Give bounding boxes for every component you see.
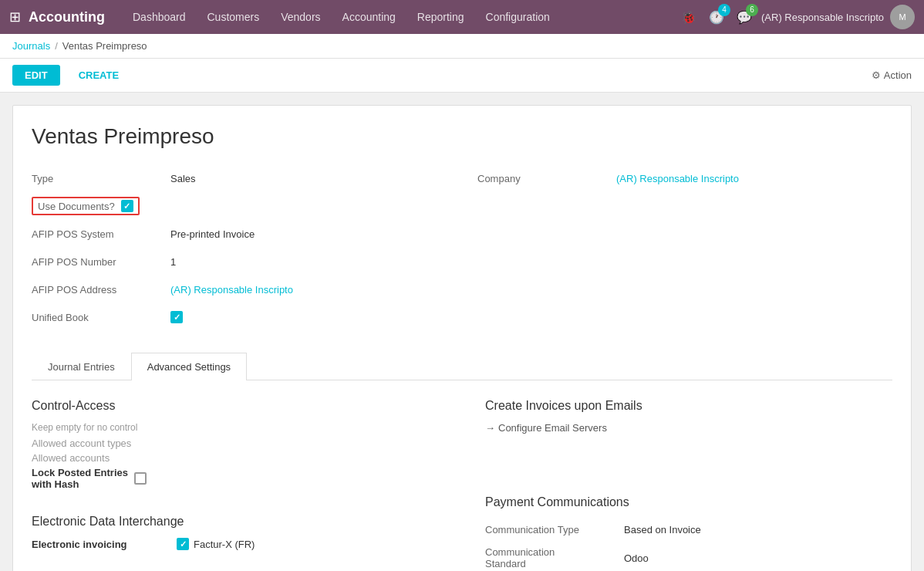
afip-pos-system-value: Pre-printed Invoice [170, 228, 255, 240]
payment-comm-title: Payment Communications [485, 495, 892, 509]
message-icon-btn[interactable]: 💬 6 [733, 7, 755, 28]
comm-type-row: Communication Type Based on Invoice [485, 519, 892, 540]
edi-invoicing-checkbox[interactable] [177, 538, 189, 550]
unified-book-checkbox[interactable] [170, 311, 183, 323]
tabs-container: Journal Entries Advanced Settings [32, 353, 892, 380]
comm-type-value: Based on Invoice [624, 524, 701, 536]
activity-badge: 4 [718, 4, 730, 16]
lock-posted-checkbox[interactable] [134, 472, 147, 485]
user-avatar[interactable]: M [890, 5, 915, 29]
use-documents-highlight: Use Documents? [32, 197, 140, 215]
payment-communications-section: Payment Communications Communication Typ… [485, 495, 892, 569]
use-documents-checkbox[interactable] [121, 200, 133, 212]
main-content: Ventas Preimpreso Type Sales Use Documen… [0, 93, 924, 571]
breadcrumb-separator: / [55, 40, 58, 52]
bug-icon: 🐞 [681, 11, 696, 24]
control-access-title: Control-Access [32, 399, 439, 413]
afip-pos-address-value[interactable]: (AR) Responsable Inscripto [170, 284, 293, 296]
form-card: Ventas Preimpreso Type Sales Use Documen… [12, 105, 912, 571]
afip-pos-number-label: AFIP POS Number [32, 256, 170, 268]
create-invoices-title: Create Invoices upon Emails [485, 399, 892, 413]
avatar-initials: M [899, 12, 905, 22]
user-label[interactable]: (AR) Responsable Inscripto [761, 12, 884, 23]
company-row: Company (AR) Responsable Inscripto [477, 167, 892, 189]
afip-pos-address-row: AFIP POS Address (AR) Responsable Inscri… [32, 279, 447, 300]
form-col-right: Company (AR) Responsable Inscripto [477, 167, 892, 334]
afip-pos-number-value: 1 [170, 256, 176, 268]
advanced-settings-section: Control-Access Keep empty for no control… [32, 399, 892, 571]
type-row: Type Sales [32, 167, 447, 189]
activity-icon-btn[interactable]: 🕐 4 [706, 7, 727, 28]
navbar-menu: Dashboard Customers Vendors Accounting R… [123, 6, 678, 28]
comm-standard-row: Communication Standard Odoo [485, 546, 892, 569]
configure-email-label[interactable]: Configure Email Servers [498, 422, 607, 434]
type-value: Sales [170, 173, 196, 184]
tab-journal-entries[interactable]: Journal Entries [32, 353, 131, 380]
edi-section: Electronic Data Interchange Electronic i… [32, 515, 439, 550]
record-title: Ventas Preimpreso [32, 124, 892, 149]
type-label: Type [32, 173, 170, 184]
navbar-brand: Accounting [29, 9, 105, 25]
nav-dashboard[interactable]: Dashboard [123, 6, 195, 28]
edi-invoicing-row: Electronic invoicing Factur-X (FR) [32, 538, 439, 550]
lock-posted-row: Lock Posted Entries with Hash [32, 467, 439, 490]
afip-pos-system-row: AFIP POS System Pre-printed Invoice [32, 223, 447, 245]
action-label: Action [884, 69, 912, 81]
message-badge: 6 [746, 4, 758, 16]
edi-invoicing-value: Factur-X (FR) [177, 538, 255, 550]
nav-accounting[interactable]: Accounting [333, 6, 405, 28]
company-label: Company [477, 173, 616, 184]
tab-advanced-settings[interactable]: Advanced Settings [131, 353, 247, 380]
edi-title: Electronic Data Interchange [32, 515, 439, 529]
action-bar: EDIT CREATE ⚙ Action [0, 59, 924, 93]
allowed-account-types-label: Allowed account types [32, 438, 439, 449]
use-documents-row: Use Documents? [32, 195, 447, 217]
breadcrumb-parent[interactable]: Journals [12, 40, 50, 52]
edit-button[interactable]: EDIT [12, 65, 60, 86]
action-menu[interactable]: ⚙ Action [872, 69, 912, 81]
form-section: Type Sales Use Documents? AFIP POS Syste… [32, 167, 892, 334]
breadcrumb: Journals / Ventas Preimpreso [0, 34, 924, 59]
create-invoices-col: Create Invoices upon Emails → Configure … [485, 399, 892, 571]
navbar: ⊞ Accounting Dashboard Customers Vendors… [0, 0, 924, 34]
edi-invoicing-label: Electronic invoicing [32, 539, 170, 550]
bug-icon-btn[interactable]: 🐞 [678, 7, 700, 28]
grid-icon[interactable]: ⊞ [9, 8, 21, 25]
nav-customers[interactable]: Customers [198, 6, 269, 28]
comm-standard-value: Odoo [624, 552, 649, 564]
nav-vendors[interactable]: Vendors [271, 6, 329, 28]
afip-pos-system-label: AFIP POS System [32, 228, 170, 240]
allowed-accounts-label: Allowed accounts [32, 452, 439, 464]
unified-book-row: Unified Book [32, 306, 447, 328]
gear-icon: ⚙ [872, 69, 881, 81]
unified-book-label: Unified Book [32, 312, 170, 323]
comm-type-label: Communication Type [485, 524, 624, 536]
lock-posted-label: Lock Posted Entries with Hash [32, 467, 128, 490]
form-col-left: Type Sales Use Documents? AFIP POS Syste… [32, 167, 447, 334]
company-value[interactable]: (AR) Responsable Inscripto [616, 173, 739, 184]
breadcrumb-current: Ventas Preimpreso [62, 40, 147, 52]
navbar-right: 🐞 🕐 4 💬 6 (AR) Responsable Inscripto M [678, 5, 915, 29]
use-documents-label: Use Documents? [38, 201, 115, 212]
edi-invoicing-text: Factur-X (FR) [194, 539, 255, 550]
comm-standard-label: Communication Standard [485, 546, 624, 569]
nav-configuration[interactable]: Configuration [477, 6, 559, 28]
control-access-col: Control-Access Keep empty for no control… [32, 399, 439, 571]
tab-content-advanced-settings: Control-Access Keep empty for no control… [32, 380, 892, 571]
nav-reporting[interactable]: Reporting [408, 6, 474, 28]
afip-pos-address-label: AFIP POS Address [32, 284, 170, 296]
create-button[interactable]: CREATE [66, 65, 131, 86]
configure-email-link[interactable]: → Configure Email Servers [485, 422, 892, 434]
arrow-icon: → [485, 422, 495, 434]
afip-pos-number-row: AFIP POS Number 1 [32, 251, 447, 272]
control-access-hint: Keep empty for no control [32, 422, 439, 433]
